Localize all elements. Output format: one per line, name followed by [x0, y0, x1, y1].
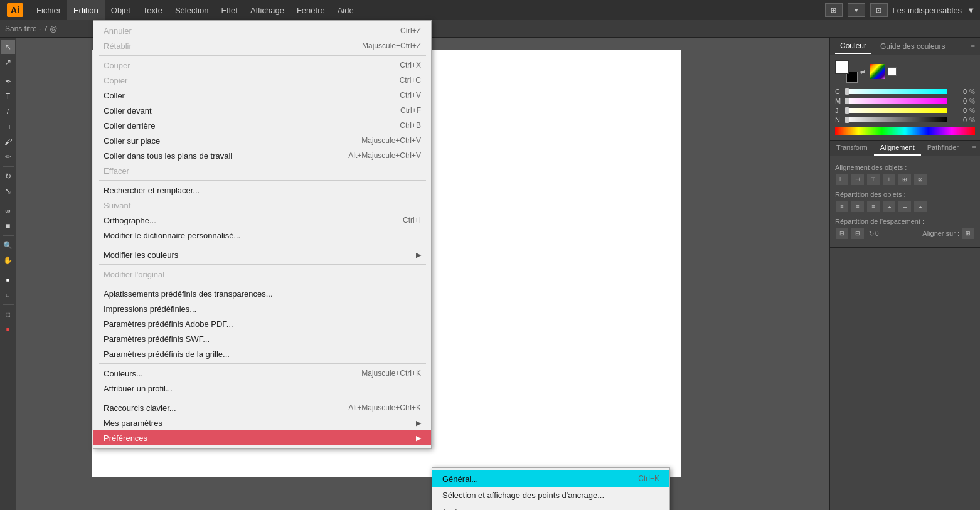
- menu-coller-place[interactable]: Coller sur place Majuscule+Ctrl+V: [93, 133, 431, 148]
- dist-right-btn[interactable]: ⫠: [913, 200, 927, 213]
- menu-effacer[interactable]: Effacer: [93, 163, 431, 178]
- screen-mode[interactable]: ■: [1, 322, 15, 336]
- spacing-v-btn[interactable]: ⊟: [851, 227, 865, 240]
- rainbow-gradient-bar[interactable]: [835, 127, 975, 135]
- pencil-tool[interactable]: ✏: [1, 150, 15, 164]
- menu-objet[interactable]: Objet: [105, 0, 137, 20]
- pref-texte[interactable]: Texte...: [432, 503, 669, 510]
- menu-coller-derriere[interactable]: Coller derrière Ctrl+B: [93, 118, 431, 133]
- blend-tool[interactable]: ∞: [1, 204, 15, 218]
- c-thumb[interactable]: [845, 88, 849, 95]
- menu-raccourcis[interactable]: Raccourcis clavier... Alt+Majuscule+Ctrl…: [93, 400, 431, 415]
- draw-mode[interactable]: ⬚: [1, 307, 15, 321]
- align-top-btn[interactable]: ⊥: [882, 173, 896, 186]
- dist-center-h-btn[interactable]: ≡: [851, 200, 865, 213]
- shape-tool[interactable]: □: [1, 120, 15, 134]
- dist-bottom-btn[interactable]: ≡: [866, 200, 880, 213]
- j-thumb[interactable]: [845, 107, 849, 114]
- menu-coller-plans[interactable]: Coller dans tous les plans de travail Al…: [93, 148, 431, 163]
- pathfinder-tab[interactable]: Pathfinder: [921, 141, 965, 156]
- type-tool[interactable]: T: [1, 90, 15, 104]
- menu-attribuer-profil[interactable]: Attribuer un profil...: [93, 381, 431, 396]
- menu-couleurs[interactable]: Couleurs... Majuscule+Ctrl+K: [93, 366, 431, 381]
- menu-effet[interactable]: Effet: [215, 0, 244, 20]
- layout-icon-btn2[interactable]: ▾: [848, 3, 865, 17]
- dist-top-btn[interactable]: ≡: [835, 200, 849, 213]
- left-toolbar: ↖ ↗ ✒ T / □ 🖌 ✏ ↻ ⤡ ∞ ■ 🔍 ✋ ■ □ ⬚ ■: [0, 38, 16, 510]
- rainbow-swatch[interactable]: [870, 64, 885, 79]
- j-slider[interactable]: [845, 108, 947, 113]
- c-slider[interactable]: [845, 89, 947, 94]
- line-tool[interactable]: /: [1, 105, 15, 119]
- sep-6: [99, 363, 426, 364]
- menu-coller[interactable]: Coller Ctrl+V: [93, 88, 431, 103]
- menu-couper[interactable]: Couper Ctrl+X: [93, 58, 431, 73]
- gradient-tool[interactable]: ■: [1, 219, 15, 233]
- direct-select-tool[interactable]: ↗: [1, 55, 15, 69]
- no-color-swatch[interactable]: [888, 67, 897, 76]
- menu-parametres-swf[interactable]: Paramètres prédéfinis SWF...: [93, 331, 431, 346]
- paintbrush-tool[interactable]: 🖌: [1, 135, 15, 149]
- dist-left-btn[interactable]: ⫠: [882, 200, 896, 213]
- menu-rechercher[interactable]: Rechercher et remplacer...: [93, 183, 431, 198]
- transform-align-panel: Transform Alignement Pathfinder ≡ Aligne…: [830, 141, 980, 248]
- menu-orthographe[interactable]: Orthographe... Ctrl+I: [93, 213, 431, 228]
- tool-separator-1: [3, 72, 14, 72]
- menu-preferences[interactable]: Préférences ▶: [93, 430, 431, 445]
- menu-fichier[interactable]: Fichier: [30, 0, 67, 20]
- swap-colors-icon[interactable]: ⇄: [860, 68, 865, 75]
- stroke-swatch[interactable]: □: [1, 288, 15, 302]
- menu-aide[interactable]: Aide: [331, 0, 360, 20]
- arrange-icon-btn[interactable]: ⊡: [870, 3, 888, 17]
- align-right-btn[interactable]: ⊤: [866, 173, 880, 186]
- m-thumb[interactable]: [845, 98, 849, 104]
- menu-impressions[interactable]: Impressions prédéfinies...: [93, 301, 431, 316]
- m-slider[interactable]: [845, 98, 947, 104]
- n-slider[interactable]: [845, 117, 947, 122]
- align-center-v-btn[interactable]: ⊞: [898, 173, 912, 186]
- n-thumb[interactable]: [845, 117, 849, 123]
- align-bottom-btn[interactable]: ⊠: [913, 173, 927, 186]
- align-center-h-btn[interactable]: ⊣: [851, 173, 865, 186]
- dist-center-v-btn[interactable]: ⫠: [898, 200, 912, 213]
- scale-tool[interactable]: ⤡: [1, 184, 15, 198]
- align-panel-collapse[interactable]: ≡: [969, 141, 980, 156]
- align-to-btn[interactable]: ⊞: [961, 227, 975, 240]
- menu-edition[interactable]: Edition: [67, 0, 105, 20]
- menu-suivant[interactable]: Suivant: [93, 198, 431, 213]
- menu-coller-devant[interactable]: Coller devant Ctrl+F: [93, 103, 431, 118]
- menu-aplatissements[interactable]: Aplatissements prédéfinis des transparen…: [93, 286, 431, 301]
- fg-swatch[interactable]: [835, 60, 849, 74]
- fg-bg-swatches[interactable]: [835, 60, 858, 83]
- hand-tool[interactable]: ✋: [1, 253, 15, 267]
- pref-general[interactable]: Général... Ctrl+K: [432, 470, 669, 487]
- menu-affichage[interactable]: Affichage: [244, 0, 290, 20]
- alignement-tab[interactable]: Alignement: [874, 141, 921, 156]
- menu-mes-parametres[interactable]: Mes paramètres ▶: [93, 415, 431, 430]
- layout-icon-btn[interactable]: ⊞: [825, 3, 843, 17]
- menu-annuler[interactable]: Annuler Ctrl+Z: [93, 23, 431, 38]
- spacing-h-btn[interactable]: ⊟: [835, 227, 849, 240]
- fill-swatch[interactable]: ■: [1, 273, 15, 287]
- align-left-btn[interactable]: ⊢: [835, 173, 849, 186]
- rotate-tool[interactable]: ↻: [1, 169, 15, 183]
- menu-modifier-original[interactable]: Modifier l'original: [93, 267, 431, 282]
- zoom-tool[interactable]: 🔍: [1, 238, 15, 252]
- workspace-arrow[interactable]: ▼: [967, 6, 975, 15]
- menu-dictionnaire[interactable]: Modifier le dictionnaire personnalisé...: [93, 228, 431, 243]
- menu-fenetre[interactable]: Fenêtre: [290, 0, 331, 20]
- menu-selection[interactable]: Sélection: [169, 0, 215, 20]
- select-tool[interactable]: ↖: [1, 40, 15, 54]
- pen-tool[interactable]: ✒: [1, 75, 15, 88]
- transform-tab[interactable]: Transform: [830, 141, 874, 156]
- menu-parametres-grille[interactable]: Paramètres prédéfinis de la grille...: [93, 346, 431, 361]
- couleur-tab[interactable]: Couleur: [835, 39, 871, 54]
- pref-selection-ancrage[interactable]: Sélection et affichage des points d'ancr…: [432, 487, 669, 503]
- color-panel-collapse[interactable]: ≡: [971, 43, 975, 50]
- menu-copier[interactable]: Copier Ctrl+C: [93, 73, 431, 88]
- menu-texte[interactable]: Texte: [137, 0, 169, 20]
- menu-modifier-couleurs[interactable]: Modifier les couleurs ▶: [93, 247, 431, 262]
- guide-tab[interactable]: Guide des couleurs: [875, 40, 950, 53]
- menu-retablir[interactable]: Rétablir Majuscule+Ctrl+Z: [93, 38, 431, 53]
- menu-parametres-pdf[interactable]: Paramètres prédéfinis Adobe PDF...: [93, 316, 431, 331]
